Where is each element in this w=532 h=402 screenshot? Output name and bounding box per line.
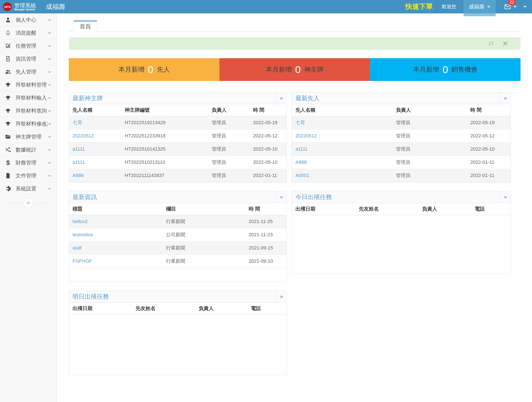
sidebar-item[interactable]: 拜祭材料修改記錄 [0,117,57,130]
record-link[interactable]: 七哥 [295,120,305,125]
panel-more-link[interactable]: » [276,191,286,203]
sidebar-item[interactable]: 系統設置 [0,182,57,195]
chevron-down-icon [47,96,52,100]
stat-suffix: 銷售機會 [451,65,477,74]
panel-more-link[interactable]: » [500,191,511,203]
sidebar-item[interactable]: 消息提醒 [0,26,57,39]
mail-count-badge: 22 [508,0,516,5]
table-row: 20220512管理員2022-05-12 [292,129,511,143]
sidebar-collapse-button[interactable]: « [23,198,33,208]
table-cell: 管理員 [393,143,467,156]
panel-more-link[interactable]: » [500,92,511,104]
stat-new-ancestors: 本月新增 0 先人 [69,58,220,81]
stat-value: 0 [295,64,301,75]
record-link[interactable]: a1111 [295,146,308,152]
shuffle-icon [5,146,11,153]
record-link[interactable]: A0001 [295,173,309,178]
empty-table-space [292,215,511,274]
sidebar-item[interactable]: 任務管理 [0,39,57,52]
stat-new-tablets: 本月新增 0 神主牌 [220,58,370,81]
sidebar-item[interactable]: 拜祭材料管理 [0,78,57,91]
user-menu-button[interactable]: 成福壽 [464,0,496,13]
table-cell: 20220512 [292,129,393,143]
header-row: 先人名稱負責人時 間 [292,104,511,116]
sidebar-item[interactable]: 拜祭材料查詢 [0,104,57,117]
record-link[interactable]: a1111 [72,146,85,152]
record-link[interactable]: 七哥 [72,120,82,125]
chevron-down-icon [47,70,52,74]
record-link[interactable]: A888 [295,159,306,165]
sidebar-item[interactable]: 數據統計 [0,143,57,156]
close-icon[interactable] [502,40,508,46]
empty-table-space [69,314,286,375]
tab-home[interactable]: 首頁 [74,20,97,31]
sidebar-item[interactable]: $ 財務管理 [0,156,57,169]
sidebar-item[interactable]: 資訊管理 [0,52,57,65]
stat-prefix: 本月新增 [266,65,292,74]
record-link[interactable]: FGFHGF [72,258,92,264]
table-cell: a1111 [69,156,121,169]
sidebar-item-label: 拜祭材料管理 [16,81,47,88]
record-link[interactable]: 20220512 [72,133,94,138]
record-link[interactable]: a1111 [72,159,85,165]
chevron-down-icon [47,122,52,126]
panel-table: 先人名稱神主牌編號負責人時 間七哥HT2022519213429管理員2022-… [69,104,286,182]
main-content: 首頁 本月新增 0 先人 本月新增 0 神主牌 本月新增 0 銷售機會 最新神主… [57,20,532,384]
record-link[interactable]: testnotice [72,232,93,237]
file-icon [5,172,11,179]
table-row: a1111HT2022510213110管理員2022-05-10 [69,156,286,169]
table-cell: A888 [69,169,121,182]
column-header: 出殯日期 [292,203,355,215]
dropbox-icon [5,82,11,88]
panel-title: 最新先人 [292,92,500,104]
chevron-down-icon [47,148,52,152]
table-cell: 2021-09-10 [245,255,286,268]
table-cell: HT2022519213429 [121,116,208,129]
sidebar-item[interactable]: 個人中心 [0,13,57,26]
chevron-down-icon [47,174,52,178]
table-cell: 2022-01-11 [467,156,511,169]
column-header: 負責人 [195,302,247,314]
table-cell: 管理員 [208,169,250,182]
column-header: 電話 [247,302,286,314]
refresh-icon[interactable] [488,40,494,46]
sidebar-item[interactable]: 拜祭材料輸入 [0,91,57,104]
sidebar-item-label: 拜祭材料修改記錄 [16,120,47,127]
table-cell: 管理員 [393,129,467,143]
sidebar-item[interactable]: 神主牌管理 [0,130,57,143]
record-link[interactable]: 20220512 [295,133,317,138]
table-cell: 公司新聞 [163,228,245,241]
table-cell: 管理員 [393,169,467,182]
panel-more-link[interactable]: » [276,291,286,302]
sidebar-item[interactable]: 先人管理 [0,65,57,78]
stats-row: 本月新增 0 先人 本月新增 0 神主牌 本月新增 0 銷售機會 [69,58,520,81]
record-link[interactable]: A888 [72,173,83,178]
header-more-dropdown[interactable] [523,6,527,8]
table-row: FGFHGF行業新聞2021-09-10 [69,255,286,268]
chevron-down-icon [47,83,52,87]
table-row: 20220512HT2022512233918管理員2022-05-12 [69,129,286,143]
table-cell: testnotice [69,228,163,241]
panel-title: 今日出殯任務 [292,191,500,203]
mail-dropdown-button[interactable]: 22 [503,3,517,10]
empty-table-space [69,268,286,282]
record-link[interactable]: hellox2 [72,219,88,224]
record-link[interactable]: asdf [72,245,82,251]
panel-tomorrow-funeral-tasks: 明日出殯任務»出殯日期先友姓名負責人電話 [69,291,287,375]
column-header: 電話 [471,203,511,215]
column-header: 先人名稱 [69,104,121,116]
folder-open-icon [5,133,11,140]
panel-header: 最新神主牌» [69,92,286,104]
logo-subtitle: Manager System [14,8,36,11]
sidebar-item[interactable]: 文件管理 [0,169,57,182]
table-cell: 2021-11-23 [245,228,286,241]
table-cell: HT2022111142837 [121,169,208,182]
table-cell: 管理員 [208,143,250,156]
table-cell: HT2022510141325 [121,143,208,156]
quick-order-button[interactable]: 快速下單 [405,2,433,12]
header-row: 出殯日期先友姓名負責人電話 [69,302,286,314]
column-header: 神主牌編號 [121,104,208,116]
panel-more-link[interactable]: » [276,92,286,104]
panel-header: 最新先人» [292,92,511,104]
sidebar-item-label: 神主牌管理 [16,133,47,140]
